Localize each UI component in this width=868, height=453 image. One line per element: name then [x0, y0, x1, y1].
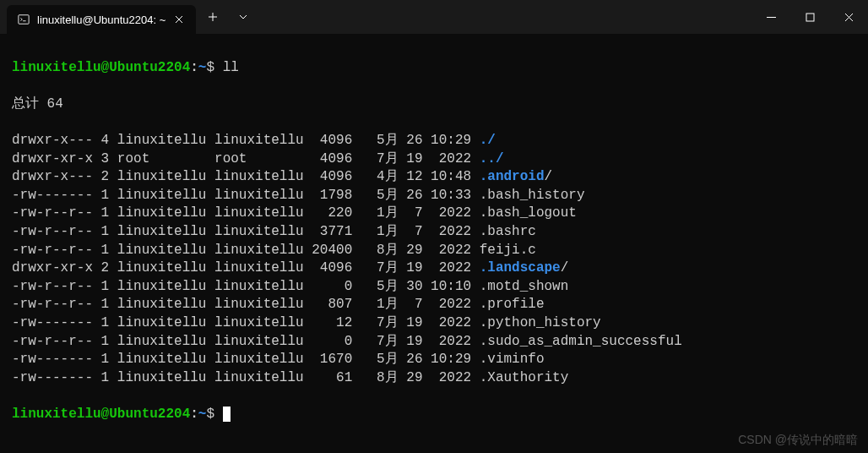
listing-row: drwxr-x--- 4 linuxitellu linuxitellu 409…	[12, 132, 856, 150]
command-text: ll	[223, 60, 239, 75]
file-name: feiji.c	[480, 243, 536, 258]
listing-row: drwxr-xr-x 2 linuxitellu linuxitellu 409…	[12, 259, 856, 278]
file-listing: drwxr-x--- 4 linuxitellu linuxitellu 409…	[12, 132, 856, 387]
listing-row: -rw------- 1 linuxitellu linuxitellu 167…	[12, 351, 856, 369]
file-name: .motd_shown	[480, 279, 569, 294]
listing-row: -rw------- 1 linuxitellu linuxitellu 179…	[12, 187, 856, 205]
listing-row: drwxr-xr-x 3 root root 4096 7月 19 2022 .…	[12, 150, 856, 169]
tab-close-button[interactable]	[172, 13, 186, 26]
dir-name: .landscape	[480, 260, 561, 276]
file-name: .viminfo	[480, 352, 545, 367]
prompt-line-2: linuxitellu@Ubuntu2204:~$	[12, 406, 856, 424]
dir-name: .android	[480, 169, 545, 184]
file-name: .sudo_as_admin_successful	[480, 334, 682, 349]
listing-row: -rw-r--r-- 1 linuxitellu linuxitellu 377…	[12, 223, 856, 242]
file-name: .Xauthority	[480, 370, 569, 385]
terminal-icon	[17, 13, 30, 26]
file-name: .bashrc	[480, 224, 536, 239]
listing-row: -rw-r--r-- 1 linuxitellu linuxitellu 807…	[12, 296, 856, 314]
listing-row: -rw-r--r-- 1 linuxitellu linuxitellu 0 5…	[12, 278, 856, 297]
prompt-line: linuxitellu@Ubuntu2204:~$ ll	[12, 59, 856, 78]
listing-row: -rw-r--r-- 1 linuxitellu linuxitellu 220…	[12, 205, 856, 223]
listing-row: drwxr-x--- 2 linuxitellu linuxitellu 409…	[12, 168, 856, 187]
maximize-button[interactable]	[790, 0, 829, 34]
cursor	[223, 407, 231, 422]
watermark: CSDN @传说中的暗暗	[738, 433, 858, 448]
tab-actions	[198, 0, 258, 34]
file-name: .python_history	[480, 315, 601, 330]
close-button[interactable]	[829, 0, 868, 34]
svg-rect-0	[19, 15, 29, 25]
titlebar: linuxitellu@Ubuntu2204: ~	[0, 0, 868, 34]
tab-title: linuxitellu@Ubuntu2204: ~	[37, 14, 165, 26]
terminal-output[interactable]: linuxitellu@Ubuntu2204:~$ ll 总计 64 drwxr…	[0, 34, 868, 449]
new-tab-button[interactable]	[198, 0, 228, 34]
file-name: .bash_history	[480, 188, 585, 203]
file-name: .profile	[480, 297, 545, 312]
minimize-button[interactable]	[751, 0, 790, 34]
prompt-user-host: linuxitellu@Ubuntu2204	[12, 60, 190, 75]
listing-row: -rw------- 1 linuxitellu linuxitellu 61 …	[12, 369, 856, 388]
listing-row: -rw------- 1 linuxitellu linuxitellu 12 …	[12, 314, 856, 333]
svg-rect-3	[806, 14, 814, 21]
dir-name: ./	[480, 133, 496, 148]
total-line: 总计 64	[12, 96, 856, 114]
listing-row: -rw-r--r-- 1 linuxitellu linuxitellu 0 7…	[12, 333, 856, 352]
tab-active[interactable]: linuxitellu@Ubuntu2204: ~	[7, 5, 196, 34]
window-controls	[751, 0, 868, 34]
tab-dropdown-button[interactable]	[228, 0, 258, 34]
listing-row: -rw-r--r-- 1 linuxitellu linuxitellu 204…	[12, 242, 856, 260]
dir-name: ../	[480, 151, 504, 166]
prompt-path: ~	[198, 60, 207, 75]
file-name: .bash_logout	[480, 205, 577, 221]
